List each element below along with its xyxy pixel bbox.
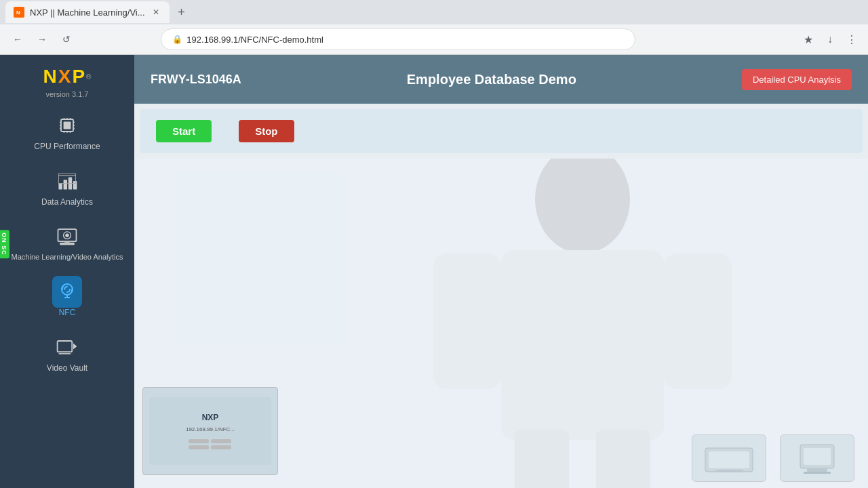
svg-rect-39: [596, 430, 650, 488]
refresh-button[interactable]: ↺: [57, 30, 76, 49]
version-text: version 3.1.7: [46, 90, 89, 98]
svg-rect-35: [501, 250, 664, 440]
download-icon[interactable]: ↓: [822, 31, 838, 47]
detail-cpu-button[interactable]: Detailed CPU Anaylsis: [742, 69, 852, 90]
sidebar-label-nfc: NFC: [59, 308, 76, 317]
nfc-icon: [54, 278, 81, 305]
svg-text:N: N: [16, 9, 20, 16]
svg-rect-45: [807, 468, 827, 472]
start-button[interactable]: Start: [156, 120, 212, 142]
svg-point-34: [535, 159, 630, 253]
sidebar-item-video-vault[interactable]: Video Vault: [0, 325, 134, 381]
svg-rect-46: [804, 472, 831, 474]
svg-rect-33: [58, 353, 71, 354]
sidebar-label-video-vault: Video Vault: [47, 363, 87, 373]
svg-rect-20: [58, 175, 75, 176]
header: FRWY-LS1046A Employee Database Demo Deta…: [134, 55, 868, 104]
svg-rect-36: [433, 253, 501, 389]
device-label: FRWY-LS1046A: [151, 73, 241, 87]
svg-rect-19: [73, 181, 77, 190]
svg-rect-37: [664, 253, 732, 389]
svg-rect-27: [55, 279, 79, 303]
forward-button[interactable]: →: [33, 30, 52, 49]
logo-n: N: [43, 66, 57, 87]
svg-rect-24: [64, 241, 69, 244]
ml-icon: [54, 223, 81, 250]
logo-x: X: [58, 66, 71, 87]
app-title: Employee Database Demo: [241, 72, 742, 87]
preview-inner: NXP 192.168.99.1/NFC...: [149, 397, 271, 465]
sidebar: N X P ® version 3.1.7: [0, 55, 134, 488]
svg-rect-3: [64, 122, 71, 129]
svg-rect-42: [715, 470, 743, 472]
svg-point-26: [65, 234, 68, 237]
preview-card: NXP 192.168.99.1/NFC...: [142, 387, 278, 475]
logo-p: P: [72, 66, 85, 87]
url-text: 192.168.99.1/NFC/NFC-demo.html: [186, 35, 323, 45]
tab-title: NXP || Machine Learning/Vi...: [30, 7, 145, 18]
sidebar-item-nfc[interactable]: NFC: [0, 270, 134, 325]
svg-rect-31: [58, 341, 73, 352]
sidebar-label-cpu: CPU Performance: [34, 142, 100, 151]
sidebar-item-data-analytics[interactable]: Data Analytics: [0, 159, 134, 215]
content-body: NXP 192.168.99.1/NFC...: [134, 159, 868, 488]
nxp-logo: N X P ®: [43, 66, 92, 87]
tab-favicon: N: [14, 7, 24, 18]
demo-area: Start Stop: [140, 109, 863, 153]
sidebar-item-cpu-performance[interactable]: CPU Performance: [0, 104, 134, 159]
svg-rect-17: [64, 180, 67, 189]
active-tab[interactable]: N NXP || Machine Learning/Vi... ✕: [5, 1, 170, 23]
sidebar-label-ml: Machine Learning/Video Analytics: [12, 253, 123, 262]
svg-rect-41: [709, 451, 749, 468]
svg-marker-32: [73, 344, 77, 350]
lock-icon: 🔒: [172, 35, 182, 44]
data-analytics-icon: [54, 167, 81, 195]
video-vault-icon: [54, 333, 81, 361]
url-bar[interactable]: 🔒 192.168.99.1/NFC/NFC-demo.html: [161, 28, 635, 50]
main-content: FRWY-LS1046A Employee Database Demo Deta…: [134, 55, 868, 488]
new-tab-button[interactable]: +: [172, 3, 191, 22]
address-actions: ★ ↓ ⋮: [800, 31, 860, 47]
menu-icon[interactable]: ⋮: [844, 31, 860, 47]
cpu-icon: [54, 112, 81, 139]
equipment-area: [692, 434, 854, 482]
stop-button[interactable]: Stop: [239, 120, 294, 142]
tab-bar: N NXP || Machine Learning/Vi... ✕ +: [0, 0, 868, 24]
browser-chrome: N NXP || Machine Learning/Vi... ✕ + ← → …: [0, 0, 868, 55]
svg-rect-38: [515, 430, 569, 488]
app-container: N X P ® version 3.1.7: [0, 55, 868, 488]
logo-reg: ®: [86, 73, 91, 81]
sidebar-label-analytics: Data Analytics: [41, 197, 93, 207]
sidebar-item-ml-video[interactable]: Machine Learning/Video Analytics: [0, 215, 134, 270]
back-button[interactable]: ←: [8, 30, 27, 49]
address-bar: ← → ↺ 🔒 192.168.99.1/NFC/NFC-demo.html ★…: [0, 24, 868, 54]
onscreen-badge: ON SC: [0, 230, 9, 258]
tab-close-button[interactable]: ✕: [151, 7, 161, 18]
svg-rect-44: [804, 448, 831, 465]
bookmark-icon[interactable]: ★: [800, 31, 816, 47]
svg-rect-16: [58, 184, 62, 190]
sidebar-logo: N X P ® version 3.1.7: [43, 66, 92, 98]
